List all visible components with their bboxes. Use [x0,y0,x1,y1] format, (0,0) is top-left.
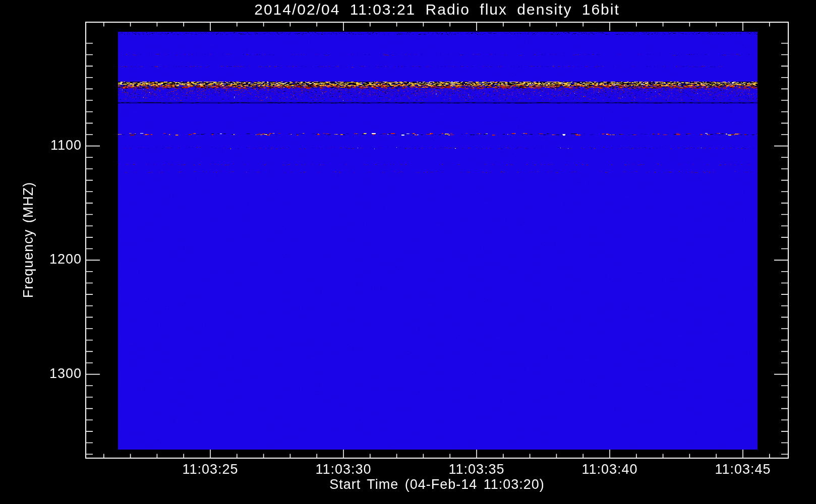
x-tick-label: 11:03:35 [426,462,527,477]
y-tick-label: 1100 [20,138,82,153]
x-axis-label: Start Time (04-Feb-14 11:03:20) [86,477,788,492]
x-tick-label: 11:03:25 [160,462,261,477]
plot-frame [86,22,788,458]
axis-ticks [86,22,788,458]
x-tick-label: 11:03:45 [692,462,793,477]
x-tick-label: 11:03:30 [293,462,394,477]
plot-axes [0,0,816,504]
y-tick-label: 1300 [20,366,82,382]
x-tick-label: 11:03:40 [559,462,660,477]
spectrogram-plot: 2014/02/04 11:03:21 Radio flux density 1… [0,0,816,504]
y-tick-label: 1200 [20,251,82,267]
y-axis-label: Frequency (MHZ) [21,182,36,298]
plot-title: 2014/02/04 11:03:21 Radio flux density 1… [86,1,788,18]
